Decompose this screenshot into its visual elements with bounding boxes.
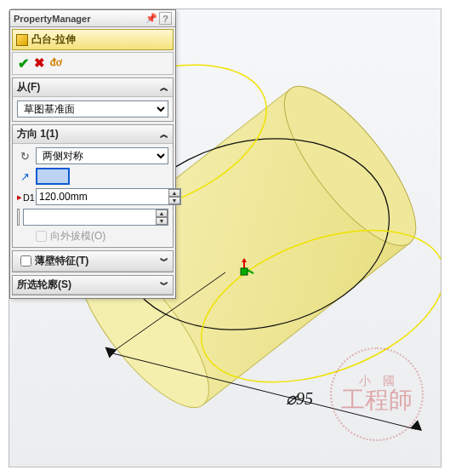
draft-angle-input[interactable] [23, 209, 168, 226]
direction-selection-box[interactable] [36, 168, 70, 185]
property-manager-panel: PropertyManager 📌 ? 凸台-拉伸 ✔ ✖ ᵭơ 从(F) ︽ … [9, 9, 176, 299]
direction-arrow-icon[interactable]: ↗ [17, 170, 32, 183]
section-selected-contours-header[interactable]: 所选轮廓(S) ︾ [13, 276, 173, 295]
pushpin-icon[interactable]: 📌 [145, 12, 157, 25]
draft-toggle-button[interactable] [17, 209, 20, 226]
thin-feature-checkbox[interactable] [20, 255, 31, 267]
depth-spin-down[interactable]: ▼ [168, 197, 180, 204]
section-direction1-header[interactable]: 方向 1(1) ︽ [13, 125, 173, 144]
action-buttons: ✔ ✖ ᵭơ [12, 52, 174, 75]
feature-name: 凸台-拉伸 [31, 32, 76, 47]
section-from-header[interactable]: 从(F) ︽ [13, 78, 173, 97]
draft-spin-down[interactable]: ▼ [156, 217, 168, 225]
ok-button[interactable]: ✔ [18, 55, 29, 72]
cancel-button[interactable]: ✖ [34, 55, 45, 72]
origin-triad-icon [234, 258, 254, 278]
draft-spin-up[interactable]: ▲ [156, 209, 168, 217]
from-start-condition-select[interactable]: 草图基准面 [17, 100, 168, 118]
depth-spin-up[interactable]: ▲ [168, 189, 180, 197]
reverse-direction-icon[interactable]: ↻ [17, 150, 32, 163]
chevron-down-icon: ︾ [160, 279, 168, 291]
section-from: 从(F) ︽ 草图基准面 [12, 77, 174, 122]
depth-icon: ▸D1 [17, 192, 32, 203]
extrude-icon [16, 34, 28, 46]
help-icon[interactable]: ? [159, 12, 172, 25]
viewport-3d[interactable]: ⌀95 小國 工程師 PropertyManager 📌 ? 凸台-拉伸 ✔ ✖… [9, 9, 441, 467]
svg-rect-10 [241, 268, 248, 275]
chevron-up-icon: ︽ [160, 129, 168, 141]
pm-header: PropertyManager 📌 ? [10, 10, 175, 27]
chevron-down-icon: ︾ [160, 255, 168, 267]
diameter-dimension: ⌀95 [286, 388, 313, 409]
feature-title-bar: 凸台-拉伸 [12, 29, 174, 50]
draft-outward-checkbox [36, 231, 47, 242]
svg-marker-8 [242, 258, 247, 262]
section-thin-feature: 薄壁特征(T) ︾ [12, 250, 174, 272]
draft-outward-label: 向外拔模(O) [50, 229, 105, 244]
section-direction1: 方向 1(1) ︽ ↻ 两侧对称 ↗ ▸D1 [12, 124, 174, 248]
depth-input[interactable] [36, 188, 181, 205]
section-thin-feature-header[interactable]: 薄壁特征(T) ︾ [13, 251, 173, 272]
detailed-preview-button[interactable]: ᵭơ [50, 55, 62, 72]
end-condition-select[interactable]: 两侧对称 [36, 147, 168, 164]
section-selected-contours: 所选轮廓(S) ︾ [12, 275, 174, 295]
draft-outward-row: 向外拔模(O) [36, 229, 168, 244]
pm-title: PropertyManager [14, 14, 143, 24]
chevron-up-icon: ︽ [160, 82, 168, 94]
